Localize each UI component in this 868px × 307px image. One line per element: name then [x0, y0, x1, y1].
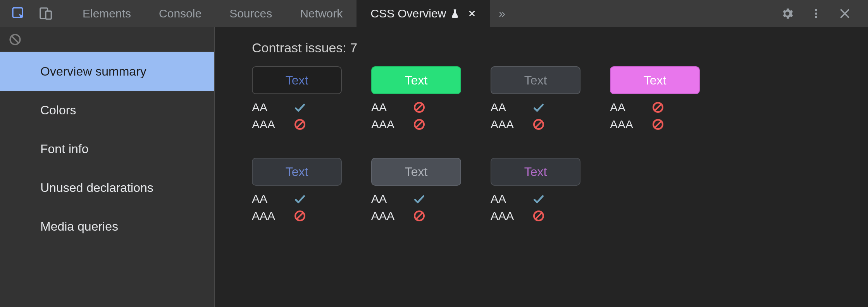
svg-point-5 [815, 16, 817, 18]
sidebar-item-media-queries[interactable]: Media queries [0, 207, 214, 246]
tab-console[interactable]: Console [145, 0, 215, 27]
contrast-swatch[interactable]: Text [252, 158, 342, 186]
rating-row-aa: AA [491, 190, 580, 207]
contrast-swatch[interactable]: Text [371, 158, 461, 186]
contrast-swatch[interactable]: Text [491, 158, 580, 186]
kebab-menu-icon[interactable] [808, 5, 825, 22]
tab-label: Network [300, 7, 343, 20]
svg-line-16 [654, 104, 661, 110]
sidebar-item-unused-declarations[interactable]: Unused declarations [0, 168, 214, 207]
css-overview-sidebar: Overview summary Colors Font info Unused… [0, 27, 215, 307]
sidebar-item-label: Unused declarations [40, 181, 153, 195]
svg-line-14 [535, 121, 542, 128]
rating-label: AAA [252, 209, 294, 222]
rating-row-aa: AA [371, 99, 461, 116]
contrast-ratings: AAAAA [610, 99, 700, 133]
rating-row-aa: AA [491, 99, 580, 116]
fail-icon [413, 210, 425, 222]
rating-label: AAA [371, 209, 413, 222]
swatch-text: Text [405, 165, 428, 179]
rating-label: AAA [491, 118, 532, 131]
sidebar-item-font-info[interactable]: Font info [0, 129, 214, 168]
swatch-text: Text [405, 73, 428, 88]
contrast-swatch[interactable]: Text [491, 66, 580, 94]
tab-label: Console [159, 7, 202, 20]
rating-row-aaa: AAA [252, 207, 342, 224]
sidebar-item-label: Overview summary [40, 64, 146, 79]
settings-gear-icon[interactable] [779, 5, 796, 22]
contrast-swatch-block: TextAAAAA [371, 158, 461, 224]
contrast-swatch-block: TextAAAAA [371, 66, 461, 133]
close-tab-icon[interactable] [468, 9, 476, 18]
device-toolbar-icon[interactable] [37, 5, 54, 22]
clear-overview-icon[interactable] [9, 33, 22, 46]
tab-network[interactable]: Network [286, 0, 356, 27]
contrast-ratings: AAAAA [371, 99, 461, 133]
tab-css-overview[interactable]: CSS Overview [356, 0, 490, 27]
rating-label: AA [371, 192, 413, 205]
check-icon [294, 193, 306, 205]
more-tabs-button[interactable]: » [490, 0, 514, 27]
fail-icon [532, 118, 545, 131]
close-devtools-icon[interactable] [836, 5, 853, 22]
svg-rect-2 [46, 11, 51, 19]
experimental-flask-icon [450, 9, 460, 19]
devtools-tabbar: Elements Console Sources Network CSS Ove… [0, 0, 868, 27]
sidebar-item-label: Font info [40, 142, 89, 156]
tab-sources[interactable]: Sources [215, 0, 286, 27]
swatch-text: Text [524, 165, 547, 179]
tab-elements[interactable]: Elements [69, 0, 145, 27]
fail-icon [652, 101, 664, 114]
rating-label: AA [491, 101, 532, 114]
contrast-ratings: AAAAA [252, 190, 342, 224]
fail-icon [413, 118, 425, 131]
contrast-swatch-block: TextAAAAA [491, 158, 580, 224]
contrast-ratings: AAAAA [371, 190, 461, 224]
tab-label: CSS Overview [370, 7, 446, 20]
contrast-swatch-block: TextAAAAA [610, 66, 700, 133]
fail-icon [652, 118, 664, 131]
rating-row-aaa: AAA [371, 116, 461, 133]
fail-icon [294, 210, 306, 222]
panel-tabs: Elements Console Sources Network CSS Ove… [69, 0, 514, 27]
fail-icon [532, 210, 545, 222]
contrast-swatch[interactable]: Text [610, 66, 700, 94]
svg-point-3 [815, 9, 817, 11]
sidebar-item-colors[interactable]: Colors [0, 91, 214, 129]
rating-row-aa: AA [252, 99, 342, 116]
separator [63, 7, 63, 21]
inspect-element-icon[interactable] [10, 5, 27, 22]
sidebar-item-overview-summary[interactable]: Overview summary [0, 52, 214, 91]
rating-label: AAA [491, 209, 532, 222]
swatch-text: Text [286, 165, 308, 179]
contrast-swatch[interactable]: Text [252, 66, 342, 94]
rating-row-aa: AA [371, 190, 461, 207]
contrast-ratings: AAAAA [491, 99, 580, 133]
contrast-ratings: AAAAA [491, 190, 580, 224]
rating-row-aaa: AAA [252, 116, 342, 133]
rating-label: AA [610, 101, 652, 114]
rating-row-aaa: AAA [371, 207, 461, 224]
rating-row-aaa: AAA [491, 116, 580, 133]
svg-line-22 [416, 212, 422, 219]
contrast-issues-heading: Contrast issues: 7 [252, 40, 845, 55]
svg-line-24 [535, 212, 542, 219]
rating-row-aa: AA [252, 190, 342, 207]
contrast-swatch-block: TextAAAAA [491, 66, 580, 133]
rating-label: AA [491, 192, 532, 205]
rating-label: AAA [371, 118, 413, 131]
svg-line-12 [416, 121, 422, 128]
separator [760, 7, 760, 21]
contrast-swatch-block: TextAAAAA [252, 158, 342, 224]
contrast-swatch[interactable]: Text [371, 66, 461, 94]
tabbar-left-tools [4, 5, 54, 22]
fail-icon [294, 118, 306, 131]
check-icon [532, 101, 545, 114]
rating-row-aa: AA [610, 99, 700, 116]
rating-label: AAA [252, 118, 294, 131]
svg-line-10 [416, 104, 422, 110]
swatch-text: Text [524, 73, 547, 88]
css-overview-main: Contrast issues: 7 TextAAAAATextAAAAATex… [215, 27, 868, 307]
check-icon [294, 101, 306, 114]
rating-label: AA [371, 101, 413, 114]
